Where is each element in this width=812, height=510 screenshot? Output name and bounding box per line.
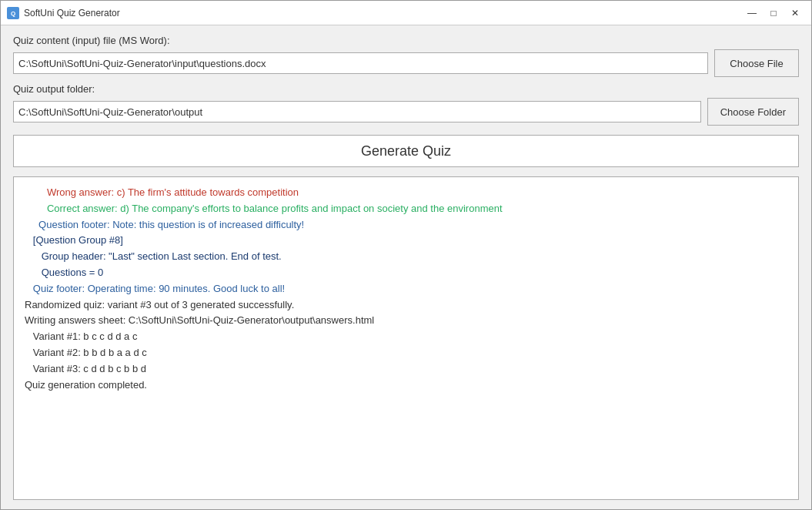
output-line: [Question Group #8] [25, 233, 787, 249]
input-file-field[interactable] [13, 52, 708, 74]
output-line: Variant #3: c d d b c b b d [25, 361, 787, 377]
input-file-label: Quiz content (input) file (MS Word): [13, 35, 799, 46]
svg-text:Q: Q [11, 10, 15, 17]
output-log[interactable]: Wrong answer: c) The firm's attitude tow… [13, 176, 799, 500]
generate-quiz-button[interactable]: Generate Quiz [13, 135, 799, 167]
input-file-row: Choose File [13, 49, 799, 77]
title-bar-left: Q SoftUni Quiz Generator [7, 7, 120, 19]
output-line: Writing answers sheet: C:\SoftUni\SoftUn… [25, 313, 787, 329]
output-folder-group: Quiz output folder: Choose Folder [13, 83, 799, 126]
minimize-button[interactable]: — [742, 5, 762, 22]
window-title: SoftUni Quiz Generator [24, 8, 120, 18]
output-line: Variant #1: b c c d d a c [25, 329, 787, 345]
output-line: Variant #2: b b d b a a d c [25, 345, 787, 361]
output-line: Correct answer: d) The company's efforts… [25, 201, 787, 217]
output-line: Group header: "Last" section Last sectio… [25, 249, 787, 265]
window-controls: — □ ✕ [742, 5, 805, 22]
output-folder-label: Quiz output folder: [13, 83, 799, 95]
title-bar: Q SoftUni Quiz Generator — □ ✕ [1, 1, 811, 25]
output-line: Question footer: Note: this question is … [25, 217, 787, 233]
output-line: Quiz generation completed. [25, 377, 787, 394]
output-line: Randomized quiz: variant #3 out of 3 gen… [25, 297, 787, 314]
input-file-group: Quiz content (input) file (MS Word): Cho… [13, 35, 799, 77]
output-folder-field[interactable] [13, 101, 701, 122]
output-line: Quiz footer: Operating time: 90 minutes.… [25, 281, 787, 297]
choose-file-button[interactable]: Choose File [714, 49, 799, 77]
choose-folder-button[interactable]: Choose Folder [707, 98, 799, 126]
maximize-button[interactable]: □ [764, 5, 784, 22]
main-window: Q SoftUni Quiz Generator — □ ✕ Quiz cont… [0, 0, 812, 510]
app-icon: Q [7, 7, 19, 19]
output-line: Wrong answer: c) The firm's attitude tow… [25, 185, 787, 201]
output-line: Questions = 0 [25, 265, 787, 281]
output-folder-row: Choose Folder [13, 98, 799, 126]
main-content: Quiz content (input) file (MS Word): Cho… [1, 25, 811, 509]
close-button[interactable]: ✕ [785, 5, 805, 22]
